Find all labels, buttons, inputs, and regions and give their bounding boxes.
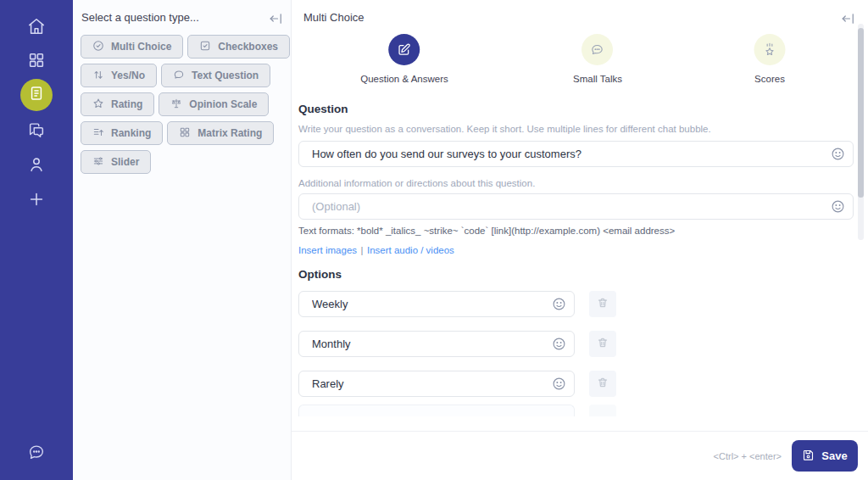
type-label: Text Question (192, 70, 259, 81)
editor-title: Multi Choice (303, 11, 364, 24)
option-emoji-button[interactable] (552, 337, 566, 351)
checkbox-icon (199, 40, 211, 54)
smiley-icon (552, 301, 566, 314)
question-emoji-button[interactable] (831, 147, 845, 161)
save-shortcut-hint: <Ctrl> + <enter> (714, 451, 782, 461)
sidebar-item-contacts[interactable] (27, 155, 46, 174)
type-button-rating[interactable]: Rating (81, 92, 154, 116)
person-icon (27, 162, 46, 176)
question-type-list: Multi Choice Checkboxes Yes/No Text Ques… (81, 35, 290, 174)
collapse-left-icon (841, 13, 856, 27)
step-label: Scores (754, 74, 786, 84)
radio-check-icon (92, 40, 104, 54)
smiley-icon (552, 341, 566, 354)
option-row-partial (298, 405, 575, 416)
chat-dots-icon (27, 449, 46, 464)
delete-option-2-button[interactable] (589, 331, 616, 357)
type-label: Rating (111, 98, 142, 110)
star-icon (92, 98, 104, 112)
slider-icon (92, 155, 104, 170)
type-label: Checkboxes (218, 41, 278, 53)
insert-images-link[interactable]: Insert images (298, 245, 357, 255)
collapse-editor-button[interactable] (841, 13, 856, 25)
question-editor: Multi Choice Question & Answers Small Ta… (292, 0, 868, 480)
delete-option-1-button[interactable] (589, 291, 616, 317)
question-input-wrap (298, 141, 854, 167)
trash-icon (597, 297, 609, 311)
type-label: Slider (111, 156, 139, 168)
grid-icon (27, 58, 46, 72)
options-heading: Options (298, 268, 342, 281)
save-button[interactable]: Save (792, 440, 858, 472)
sidebar-item-dashboard[interactable] (27, 51, 46, 70)
floppy-disk-icon (802, 449, 815, 464)
question-heading: Question (298, 103, 348, 115)
option-row (298, 291, 575, 317)
type-button-matrix-rating[interactable]: Matrix Rating (167, 121, 274, 145)
panel-title: Select a question type... (81, 11, 199, 24)
chat-bubble-icon (173, 69, 185, 83)
type-button-ranking[interactable]: Ranking (81, 121, 163, 145)
delete-option-partial (589, 405, 616, 416)
type-label: Matrix Rating (198, 127, 262, 139)
option-input-1[interactable] (298, 291, 575, 317)
main-sidebar (0, 0, 73, 480)
type-label: Multi Choice (111, 41, 171, 53)
type-button-checkboxes[interactable]: Checkboxes (187, 35, 290, 59)
document-icon (28, 85, 45, 105)
type-label: Opinion Scale (189, 98, 257, 110)
chat-dots-icon (581, 34, 613, 65)
collapse-panel-button[interactable] (269, 13, 284, 25)
grid-icon (179, 126, 191, 141)
question-helper-text: Write your question as a conversation. K… (298, 124, 711, 134)
score-star-icon (754, 34, 786, 65)
question-type-panel: Select a question type... Multi Choice C… (73, 0, 292, 480)
collapse-left-icon (269, 13, 284, 27)
smiley-icon (831, 204, 845, 216)
option-emoji-button[interactable] (552, 297, 566, 311)
insert-links: Insert images | Insert audio / videos (298, 242, 454, 257)
step-label: Small Talks (573, 74, 622, 84)
sidebar-item-conversations[interactable] (27, 120, 46, 139)
plus-icon (27, 197, 46, 211)
type-label: Ranking (111, 127, 151, 139)
smiley-icon (552, 381, 566, 393)
scale-icon (170, 98, 182, 112)
save-label: Save (821, 449, 847, 462)
scrollbar-thumb[interactable] (858, 28, 864, 198)
sidebar-item-add-new[interactable] (27, 190, 46, 209)
question-input[interactable] (298, 141, 854, 167)
optional-input-wrap (298, 193, 854, 220)
chat-duo-icon (27, 127, 46, 142)
option-input-2[interactable] (298, 331, 575, 357)
editor-footer: <Ctrl> + <enter> Save (292, 431, 868, 480)
type-button-multi-choice[interactable]: Multi Choice (81, 35, 183, 59)
ranking-list-icon (92, 126, 104, 141)
links-separator: | (360, 245, 363, 255)
text-formats-hint: Text formats: *bold* _italics_ ~strike~ … (298, 226, 675, 236)
option-row (298, 371, 575, 397)
optional-emoji-button[interactable] (831, 199, 845, 214)
optional-info-input[interactable] (298, 193, 854, 220)
type-button-yes-no[interactable]: Yes/No (81, 64, 157, 87)
type-button-opinion-scale[interactable]: Opinion Scale (159, 92, 269, 116)
delete-option-3-button[interactable] (589, 371, 616, 397)
type-button-slider[interactable]: Slider (81, 150, 151, 174)
sidebar-item-surveys-active[interactable] (20, 79, 53, 111)
additional-helper-text: Additional information or directions abo… (298, 178, 535, 188)
type-label: Yes/No (111, 70, 145, 81)
step-scores[interactable]: Scores (754, 34, 786, 84)
trash-icon (597, 337, 609, 351)
insert-media-link[interactable]: Insert audio / videos (367, 245, 454, 255)
up-down-arrows-icon (92, 69, 104, 83)
option-input-3[interactable] (298, 371, 575, 397)
step-question-answers[interactable]: Question & Answers (360, 34, 448, 84)
edit-icon (389, 34, 420, 65)
sidebar-item-support-chat[interactable] (27, 443, 46, 461)
smiley-icon (831, 151, 845, 164)
type-button-text-question[interactable]: Text Question (161, 64, 270, 87)
option-emoji-button[interactable] (552, 377, 566, 391)
sidebar-item-home[interactable] (27, 17, 46, 36)
step-small-talks[interactable]: Small Talks (573, 34, 622, 84)
option-row (298, 331, 575, 357)
